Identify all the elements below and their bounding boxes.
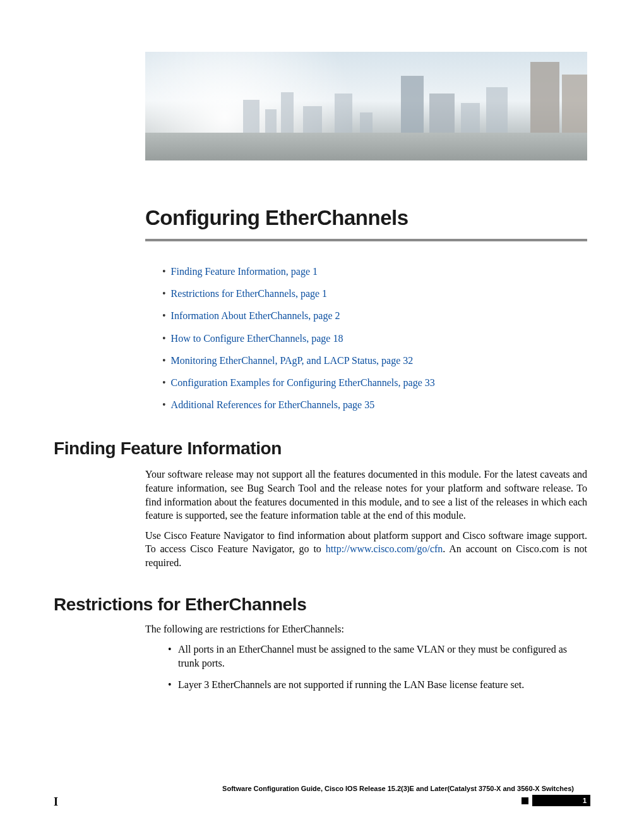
ffi-paragraph-2: Use Cisco Feature Navigator to find info… xyxy=(145,529,587,570)
toc-item: •How to Configure EtherChannels, page 18 xyxy=(162,330,590,347)
cfn-link[interactable]: http://www.cisco.com/go/cfn xyxy=(326,543,443,554)
toc-item: •Finding Feature Information, page 1 xyxy=(162,263,590,280)
toc-item: •Information About EtherChannels, page 2 xyxy=(162,307,590,324)
section-heading-restrictions: Restrictions for EtherChannels xyxy=(54,595,590,615)
toc-link[interactable]: Finding Feature Information, page 1 xyxy=(171,266,318,277)
table-of-contents: •Finding Feature Information, page 1 •Re… xyxy=(162,263,590,413)
restriction-item: All ports in an EtherChannel must be ass… xyxy=(170,643,587,670)
header-banner-image xyxy=(145,52,587,160)
footer-square-icon xyxy=(522,797,528,804)
toc-link[interactable]: Additional References for EtherChannels,… xyxy=(171,399,375,410)
ffi-body: Your software release may not support al… xyxy=(145,468,587,569)
toc-link[interactable]: Configuration Examples for Configuring E… xyxy=(171,377,435,388)
chapter-title: Configuring EtherChannels xyxy=(145,206,590,230)
toc-item: •Restrictions for EtherChannels, page 1 xyxy=(162,285,590,302)
restrictions-list: All ports in an EtherChannel must be ass… xyxy=(170,643,587,691)
footer-left-marker: I xyxy=(54,795,58,809)
restriction-item: Layer 3 EtherChannels are not supported … xyxy=(170,678,587,692)
restrictions-intro: The following are restrictions for Ether… xyxy=(145,624,587,635)
toc-item: •Additional References for EtherChannels… xyxy=(162,396,590,413)
toc-link[interactable]: Monitoring EtherChannel, PAgP, and LACP … xyxy=(171,355,414,366)
title-rule xyxy=(145,239,587,241)
footer-guide-title: Software Configuration Guide, Cisco IOS … xyxy=(54,785,590,792)
toc-link[interactable]: Information About EtherChannels, page 2 xyxy=(171,310,340,321)
page-footer: Software Configuration Guide, Cisco IOS … xyxy=(54,785,590,806)
section-heading-ffi: Finding Feature Information xyxy=(54,438,590,459)
toc-item: •Monitoring EtherChannel, PAgP, and LACP… xyxy=(162,352,590,369)
ffi-paragraph-1: Your software release may not support al… xyxy=(145,468,587,522)
toc-item: •Configuration Examples for Configuring … xyxy=(162,374,590,391)
footer-page-number: 1 xyxy=(532,795,590,806)
toc-link[interactable]: How to Configure EtherChannels, page 18 xyxy=(171,333,343,344)
toc-link[interactable]: Restrictions for EtherChannels, page 1 xyxy=(171,288,328,299)
